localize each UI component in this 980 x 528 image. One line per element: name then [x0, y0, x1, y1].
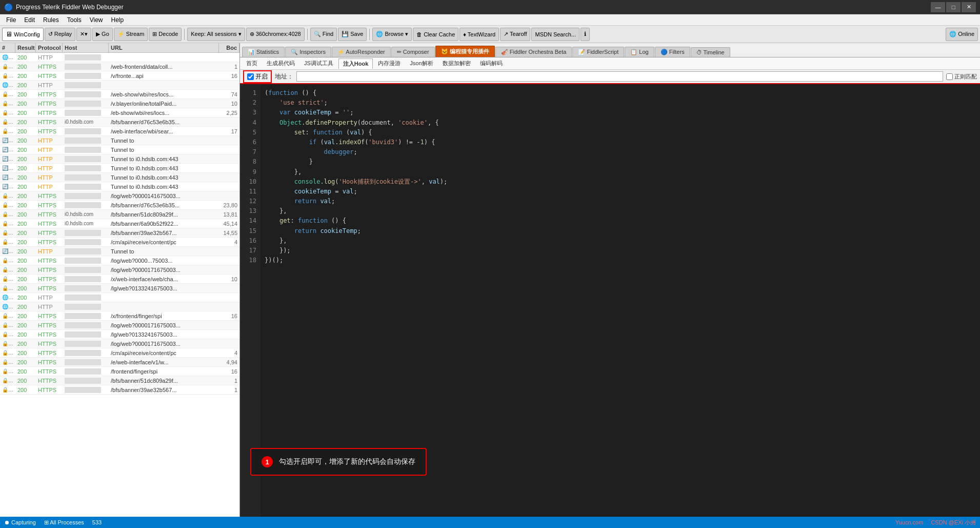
table-row[interactable]: 🔒 1... 200 HTTPS ██████████ /log/web?000…	[0, 265, 239, 275]
regex-checkbox[interactable]	[946, 73, 953, 80]
code-line: get: function () {	[265, 216, 976, 226]
subtab-home[interactable]: 首页	[242, 58, 262, 68]
tab-fiddlerscript[interactable]: 📝 FiddlerScript	[572, 47, 624, 57]
table-row[interactable]: 🔒 1... 200 HTTPS ██████████ /v.blayer/on…	[0, 99, 239, 108]
table-row[interactable]: 🔒 1... 200 HTTPS ██████████ /bfs/banner/…	[0, 228, 239, 238]
table-row[interactable]: 🔒 1... 200 HTTPS i0.hdslb.com /bfs/banne…	[0, 219, 239, 228]
tab-inspectors[interactable]: 🔍 Inspectors	[285, 47, 331, 57]
winconfig-button[interactable]: 🖥WinConfig	[2, 28, 44, 41]
sessions-list[interactable]: 🌐 1... 200 HTTP ██████████ 🔒 1... 200 HT…	[0, 53, 239, 517]
subtab-jsdebug[interactable]: JS调试工具	[300, 58, 337, 68]
stream-button[interactable]: ⚡ Stream	[114, 28, 148, 41]
msdn-search-button[interactable]: MSDN Search...	[531, 28, 579, 41]
tab-log[interactable]: 📋 Log	[625, 47, 654, 57]
go-button[interactable]: ▶ Go	[92, 28, 113, 41]
minimize-button[interactable]: —	[931, 2, 945, 12]
browse-button[interactable]: 🌐 Browse ▾	[372, 28, 412, 41]
table-row[interactable]: 🔒 1... 200 HTTPS ██████████ /web-show/wb…	[0, 90, 239, 99]
info-button[interactable]: ℹ	[581, 28, 590, 41]
cell-url: Tunnel to	[109, 137, 219, 144]
table-row[interactable]: 🌐 1... 200 HTTP ██████████	[0, 302, 239, 311]
table-row[interactable]: 🔒 1... 200 HTTPS ██████████ /bfs/banner/…	[0, 385, 239, 395]
enable-checkbox-label[interactable]: 开启	[243, 70, 272, 83]
target-button[interactable]: ⊕ 360chromex:4028	[246, 28, 305, 41]
table-row[interactable]: 🌐 1... 200 HTTP ██████████	[0, 293, 239, 302]
table-row[interactable]: 🔒 1... 200 HTTPS ██████████ /cm/api/rece…	[0, 348, 239, 358]
tab-timeline[interactable]: ⏱ Timeline	[691, 47, 730, 57]
menu-view[interactable]: View	[86, 15, 107, 25]
menu-help[interactable]: Help	[107, 15, 128, 25]
text-wizard-button[interactable]: ♦ TextWizard	[459, 28, 499, 41]
table-row[interactable]: 🔒 1... 200 HTTPS ██████████ /x/web-inter…	[0, 275, 239, 284]
table-row[interactable]: 🔒 1... 200 HTTPS ██████████ /e/web-inter…	[0, 358, 239, 367]
decode-button[interactable]: ⊞ Decode	[149, 28, 182, 41]
subtab-crypto[interactable]: 数据加解密	[438, 58, 475, 68]
table-row[interactable]: 🔒 1... 200 HTTPS ██████████ /lg/web?0133…	[0, 284, 239, 293]
table-row[interactable]: 🔒 1... 200 HTTPS ██████████ /log/web?000…	[0, 339, 239, 348]
tab-statistics[interactable]: 📊 Statistics	[242, 47, 285, 57]
table-row[interactable]: 🔒 1... 200 HTTPS ██████████ /cm/api/rece…	[0, 238, 239, 247]
col-header-result: Result	[15, 43, 36, 52]
tab-autoresponder[interactable]: ⚡ AutoResponder	[332, 47, 391, 57]
enable-checkbox[interactable]	[247, 73, 254, 80]
tab-filters[interactable]: 🔵 Filters	[655, 47, 690, 57]
tab-fiddler-orchestra[interactable]: 🎻 Fiddler Orchestra Beta	[495, 47, 572, 57]
menu-tools[interactable]: Tools	[63, 15, 86, 25]
clear-cache-button[interactable]: 🗑 Clear Cache	[413, 28, 458, 41]
window-controls[interactable]: — □ ✕	[931, 2, 976, 12]
table-row[interactable]: 🔒 1... 200 HTTPS ██████████ /web-interfa…	[0, 127, 239, 136]
online-button[interactable]: 🌐 Online	[946, 28, 978, 41]
cell-url: /bfs/banner/39ae32b567...	[109, 229, 219, 237]
cell-result: 200	[15, 368, 36, 375]
table-row[interactable]: 🔒 1... 200 HTTPS ██████████ /bfs/banner/…	[0, 376, 239, 385]
cell-body	[219, 177, 239, 178]
x-dropdown-button[interactable]: ✕▾	[76, 28, 91, 41]
table-row[interactable]: 🔒 1... 200 HTTPS ██████████ /log/web?000…	[0, 321, 239, 330]
subtab-memory[interactable]: 内存漫游	[374, 58, 405, 68]
table-row[interactable]: 🔒 1... 200 HTTPS ██████████ /log/web?000…	[0, 256, 239, 265]
subtab-inject-hook[interactable]: 注入Hook	[338, 58, 373, 69]
tab-bianchengmao[interactable]: 🐱 编程猫专用插件	[435, 46, 495, 57]
table-row[interactable]: 🔒 1... 200 HTTPS ██████████ /frontend/fi…	[0, 367, 239, 376]
cell-host: ██████████	[63, 54, 109, 61]
cell-url: /log/web?0000141675003...	[109, 192, 219, 200]
cell-num: 🔒 1...	[0, 340, 15, 347]
line-number: 8	[240, 157, 256, 167]
subtab-json[interactable]: Json解析	[406, 58, 437, 68]
save-button[interactable]: 💾 Save	[338, 28, 367, 41]
code-line: },	[265, 236, 976, 246]
table-row[interactable]: 🔒 1... 200 HTTPS ██████████ /web-fronten…	[0, 62, 239, 71]
table-row[interactable]: 🌐 1... 200 HTTP ██████████	[0, 81, 239, 90]
table-row[interactable]: 🔒 1... 200 HTTPS i0.hdslb.com /bfs/banne…	[0, 118, 239, 127]
table-row[interactable]: 🔒 1... 200 HTTPS ██████████ /bfs/banner/…	[0, 201, 239, 210]
table-row[interactable]: 🔄 1... 200 HTTP ██████████ Tunnel to	[0, 145, 239, 154]
table-row[interactable]: 🔒 1... 200 HTTPS ██████████ /v/fronte...…	[0, 71, 239, 81]
table-row[interactable]: 🔄 1... 200 HTTP ██████████ Tunnel to	[0, 136, 239, 145]
subtab-generate[interactable]: 生成易代码	[263, 58, 299, 68]
status-left: ⏺ Capturing ⊞ All Processes 533	[4, 519, 102, 526]
table-row[interactable]: 🔄 1... 200 HTTP ██████████ Tunnel to i0.…	[0, 154, 239, 164]
menu-edit[interactable]: Edit	[20, 15, 39, 25]
table-row[interactable]: 🔄 1... 200 HTTP ██████████ Tunnel to i0.…	[0, 182, 239, 191]
table-row[interactable]: 🔒 1... 200 HTTPS ██████████ /lg/web?0133…	[0, 330, 239, 339]
addr-input[interactable]	[296, 71, 943, 82]
table-row[interactable]: 🌐 1... 200 HTTP ██████████	[0, 53, 239, 62]
tearoff-button[interactable]: ↗ Tearoff	[500, 28, 530, 41]
replay-button[interactable]: ↺ Replay	[45, 28, 75, 41]
close-button[interactable]: ✕	[962, 2, 976, 12]
table-row[interactable]: 🔄 1... 200 HTTP ██████████ Tunnel to i0.…	[0, 164, 239, 173]
menu-file[interactable]: File	[2, 15, 20, 25]
table-row[interactable]: 🔒 1... 200 HTTPS ██████████ /eb-show/wbi…	[0, 108, 239, 118]
keep-button[interactable]: Keep: All sessions ▾	[187, 28, 245, 41]
find-button[interactable]: 🔍 Find	[310, 28, 337, 41]
subtab-encode[interactable]: 编码解码	[476, 58, 507, 68]
table-row[interactable]: 🔄 1... 200 HTTP ██████████ Tunnel to i0.…	[0, 173, 239, 182]
cell-result: 200	[15, 91, 36, 98]
table-row[interactable]: 🔒 1... 200 HTTPS i0.hdslb.com /bfs/banne…	[0, 210, 239, 219]
table-row[interactable]: 🔒 1... 200 HTTPS ██████████ /log/web?000…	[0, 191, 239, 201]
tab-composer[interactable]: ✏ Composer	[391, 47, 435, 57]
table-row[interactable]: 🔄 1... 200 HTTP ██████████ Tunnel to	[0, 247, 239, 256]
menu-rules[interactable]: Rules	[39, 15, 63, 25]
table-row[interactable]: 🔒 1... 200 HTTPS ██████████ /x/frontend/…	[0, 311, 239, 321]
maximize-button[interactable]: □	[946, 2, 961, 12]
